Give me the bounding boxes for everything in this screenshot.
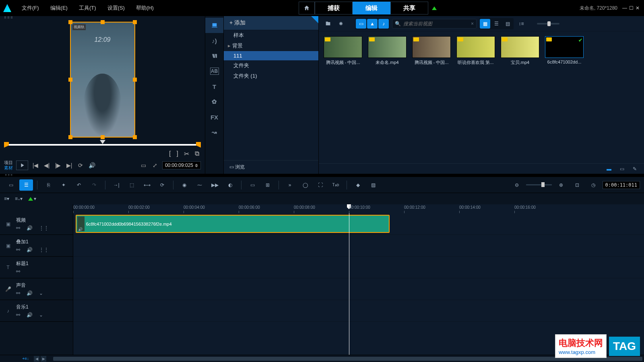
track-header[interactable]: ♪ 音乐1 ⚯🔊⌄ <box>0 300 73 322</box>
audio-wave-button[interactable]: ⁓ <box>193 179 206 191</box>
menu-settings[interactable]: 设置(S) <box>102 4 130 12</box>
lib-status-edit-icon[interactable]: ✎ <box>630 164 640 174</box>
copy-button[interactable]: ⎘ <box>41 179 55 191</box>
preview-canvas[interactable]: 视频轨 12:09 <box>70 22 135 138</box>
caption-button[interactable]: ▭ <box>246 179 259 191</box>
minimize-button[interactable]: — <box>621 5 628 11</box>
search-box[interactable]: 🔍× <box>392 19 477 29</box>
media-item[interactable]: ✔6c8fc471002dd... <box>545 36 584 64</box>
track-lane[interactable]: 6c8fc471002ddd0b6984156338276f2e.mp4 🔊 <box>73 213 644 235</box>
track-link-icon[interactable]: ⚯ <box>16 225 20 231</box>
menu-help[interactable]: 帮助(H) <box>130 4 159 12</box>
clock-button[interactable]: ◷ <box>586 179 600 191</box>
undo-button[interactable]: ↶ <box>72 179 86 191</box>
motion-button[interactable]: » <box>283 179 297 191</box>
close-button[interactable]: ✕ <box>634 5 641 11</box>
track-lane[interactable] <box>73 300 644 322</box>
menu-file[interactable]: 文件(F) <box>16 4 45 12</box>
mode-project-label[interactable]: 项目 <box>4 160 13 165</box>
expand-preview-button[interactable]: ⤢ <box>151 161 159 169</box>
track-lane[interactable] <box>73 278 644 300</box>
libtab-title-icon[interactable]: AB <box>210 68 219 75</box>
tree-folder[interactable]: 文件夹 <box>224 60 318 71</box>
mark-out-button[interactable]: ] <box>177 150 178 158</box>
preview-timecode[interactable]: 00:00:09:025 <box>162 161 201 169</box>
volume-button[interactable]: 🔊 <box>88 161 96 169</box>
tree-sample[interactable]: 样本 <box>224 30 318 41</box>
browse-button[interactable]: ▭ 浏览 <box>224 160 318 174</box>
preview-scrubber[interactable] <box>4 142 201 148</box>
zoom-in-button[interactable]: ⊕ <box>554 179 568 191</box>
track-vol-icon[interactable]: 🔊 <box>27 225 33 231</box>
media-item[interactable]: 未命名.mp4 <box>368 36 407 66</box>
add-media-button[interactable]: + 添加 <box>224 16 318 30</box>
3d-title-button[interactable]: T₃ᴅ <box>329 179 343 191</box>
libtab-fx-icon[interactable]: FX <box>205 109 223 125</box>
chroma-button[interactable]: ◐ <box>223 179 237 191</box>
snapshot-button[interactable]: ⧉ <box>195 150 199 158</box>
thumb-zoom-slider[interactable] <box>537 23 559 25</box>
stabilize-button[interactable]: ⛶ <box>314 179 327 191</box>
zoom-out-button[interactable]: ⊖ <box>510 179 524 191</box>
track-options-button[interactable]: ≡▾ <box>4 196 9 202</box>
timecode-down[interactable] <box>195 166 198 167</box>
timeline-clip[interactable]: 6c8fc471002ddd0b6984156338276f2e.mp4 🔊 <box>76 215 390 233</box>
rotate-button[interactable]: ⟳ <box>155 179 169 191</box>
tree-folder-111[interactable]: 111 <box>224 51 318 60</box>
fit-button[interactable]: ⊡ <box>570 179 584 191</box>
storyboard-view-button[interactable]: ▭ <box>4 179 18 191</box>
track-chev-icon[interactable]: ⌄ <box>39 290 43 296</box>
lib-status-folder-icon[interactable]: ▬ <box>604 164 614 174</box>
pan-zoom-button[interactable]: ▨ <box>366 179 380 191</box>
timeline-ruler[interactable]: 00:00:00:0000:00:02:0000:00:04:0000:00:0… <box>73 204 644 213</box>
redo-button[interactable]: ↷ <box>87 179 101 191</box>
lib-status-view-icon[interactable]: ▭ <box>617 164 627 174</box>
tree-background[interactable]: 背景 <box>224 41 318 51</box>
tree-folder-1[interactable]: 文件夹 (1) <box>224 71 318 81</box>
trim-start-button[interactable]: →| <box>109 179 123 191</box>
track-lane[interactable] <box>73 257 644 278</box>
media-item[interactable]: 听说你喜欢我 第... <box>456 36 495 66</box>
media-item[interactable]: 腾讯视频 - 中国... <box>412 36 451 66</box>
track-vol-icon[interactable]: 🔊 <box>27 290 33 296</box>
record-button[interactable]: ✺ <box>336 19 346 29</box>
libtab-transition-icon[interactable] <box>205 48 223 64</box>
scroll-right-button[interactable]: ▶ <box>41 356 46 362</box>
tab-capture[interactable]: 捕获 <box>315 2 353 14</box>
timeline-scrollbar[interactable] <box>53 357 642 361</box>
track-motion-button[interactable]: ◯ <box>298 179 312 191</box>
tab-edit[interactable]: 编辑 <box>353 2 390 14</box>
timeline-timecode[interactable]: 0:00:11:011 <box>603 181 640 189</box>
device-preview-button[interactable]: ▭ <box>140 161 148 169</box>
timeline-view-button[interactable]: ☰ <box>19 179 33 191</box>
track-link-icon[interactable]: ⚯ <box>16 312 20 318</box>
search-input[interactable] <box>403 21 469 27</box>
timeline-grip-icon[interactable]: ⠿⠿⠿ <box>0 174 644 177</box>
tools-button[interactable]: ✦ <box>57 179 70 191</box>
media-item[interactable]: 宝贝.mp4 <box>501 36 539 66</box>
import-button[interactable] <box>323 19 333 29</box>
sort-button[interactable]: ↕≡ <box>516 19 526 29</box>
track-add-button[interactable]: ≡₊▾ <box>15 196 23 202</box>
view-list-icon[interactable]: ☰ <box>491 19 502 29</box>
search-clear-icon[interactable]: × <box>471 21 474 27</box>
crop-button[interactable]: ⬚ <box>125 179 138 191</box>
track-lane[interactable] <box>73 235 644 257</box>
libtab-media-icon[interactable] <box>205 18 223 33</box>
timecode-up[interactable] <box>195 164 198 165</box>
track-header[interactable]: T 标题1 ⚯ <box>0 257 73 278</box>
mode-material-label[interactable]: 素材 <box>4 165 13 171</box>
mask-button[interactable]: ◆ <box>351 179 365 191</box>
view-thumb-icon[interactable]: ▦ <box>480 19 490 29</box>
view-grid-icon[interactable]: ▤ <box>502 19 513 29</box>
loop-button[interactable]: ⟳ <box>76 161 85 169</box>
libtab-path-icon[interactable]: ↝ <box>205 125 223 140</box>
track-link-icon[interactable]: ⚯ <box>16 247 20 253</box>
split-button[interactable]: ⟷ <box>140 179 154 191</box>
track-vol-icon[interactable]: 🔊 <box>27 312 33 318</box>
track-toggle-button[interactable]: ▾ <box>28 196 36 202</box>
prev-frame-button[interactable]: ◀| <box>43 161 51 169</box>
playhead-line[interactable] <box>349 213 349 355</box>
cut-button[interactable]: ✂ <box>184 150 189 158</box>
speed-button[interactable]: ▶▶ <box>208 179 222 191</box>
